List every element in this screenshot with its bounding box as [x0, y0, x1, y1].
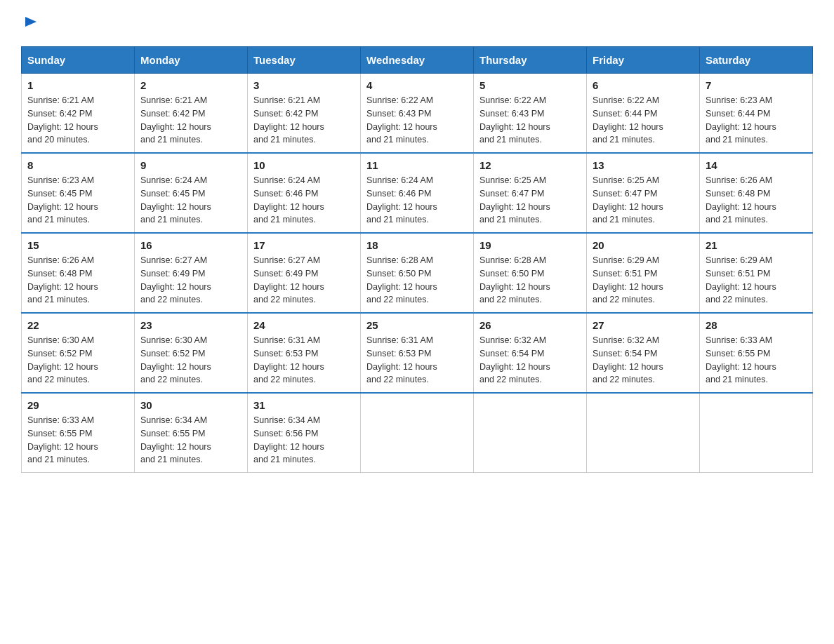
day-info: Sunrise: 6:22 AMSunset: 6:43 PMDaylight:…: [366, 94, 468, 147]
day-cell-1: 1Sunrise: 6:21 AMSunset: 6:42 PMDaylight…: [22, 74, 135, 154]
day-cell-9: 9Sunrise: 6:24 AMSunset: 6:45 PMDaylight…: [135, 153, 248, 233]
day-cell-4: 4Sunrise: 6:22 AMSunset: 6:43 PMDaylight…: [361, 74, 474, 154]
day-number: 18: [366, 239, 468, 251]
day-info: Sunrise: 6:24 AMSunset: 6:46 PMDaylight:…: [366, 174, 468, 227]
day-number: 22: [27, 319, 128, 331]
day-number: 16: [140, 239, 241, 251]
day-number: 10: [253, 159, 355, 171]
day-cell-16: 16Sunrise: 6:27 AMSunset: 6:49 PMDayligh…: [135, 233, 248, 313]
day-cell-28: 28Sunrise: 6:33 AMSunset: 6:55 PMDayligh…: [700, 313, 813, 393]
day-number: 31: [253, 399, 355, 411]
day-cell-20: 20Sunrise: 6:29 AMSunset: 6:51 PMDayligh…: [587, 233, 700, 313]
day-number: 14: [706, 159, 807, 171]
week-row-3: 15Sunrise: 6:26 AMSunset: 6:48 PMDayligh…: [22, 233, 813, 313]
day-info: Sunrise: 6:30 AMSunset: 6:52 PMDaylight:…: [140, 334, 241, 387]
logo-icon: [24, 14, 39, 29]
day-cell-22: 22Sunrise: 6:30 AMSunset: 6:52 PMDayligh…: [22, 313, 135, 393]
day-info: Sunrise: 6:27 AMSunset: 6:49 PMDaylight:…: [140, 254, 241, 307]
day-cell-26: 26Sunrise: 6:32 AMSunset: 6:54 PMDayligh…: [474, 313, 587, 393]
day-info: Sunrise: 6:28 AMSunset: 6:50 PMDaylight:…: [479, 254, 581, 307]
day-number: 15: [27, 239, 128, 251]
day-number: 8: [27, 159, 128, 171]
day-number: 9: [140, 159, 241, 171]
day-cell-21: 21Sunrise: 6:29 AMSunset: 6:51 PMDayligh…: [700, 233, 813, 313]
day-cell-25: 25Sunrise: 6:31 AMSunset: 6:53 PMDayligh…: [361, 313, 474, 393]
day-info: Sunrise: 6:34 AMSunset: 6:56 PMDaylight:…: [253, 414, 355, 467]
day-header-tuesday: Tuesday: [248, 47, 361, 74]
day-number: 19: [479, 239, 581, 251]
calendar-table: SundayMondayTuesdayWednesdayThursdayFrid…: [21, 46, 813, 473]
day-header-monday: Monday: [135, 47, 248, 74]
day-cell-27: 27Sunrise: 6:32 AMSunset: 6:54 PMDayligh…: [587, 313, 700, 393]
day-cell-31: 31Sunrise: 6:34 AMSunset: 6:56 PMDayligh…: [248, 393, 361, 473]
day-info: Sunrise: 6:23 AMSunset: 6:45 PMDaylight:…: [27, 174, 128, 227]
day-number: 3: [253, 79, 355, 91]
day-cell-3: 3Sunrise: 6:21 AMSunset: 6:42 PMDaylight…: [248, 74, 361, 154]
day-number: 27: [593, 319, 694, 331]
day-info: Sunrise: 6:24 AMSunset: 6:46 PMDaylight:…: [253, 174, 355, 227]
day-cell-17: 17Sunrise: 6:27 AMSunset: 6:49 PMDayligh…: [248, 233, 361, 313]
day-number: 29: [27, 399, 128, 411]
day-info: Sunrise: 6:31 AMSunset: 6:53 PMDaylight:…: [366, 334, 468, 387]
day-info: Sunrise: 6:23 AMSunset: 6:44 PMDaylight:…: [706, 94, 807, 147]
day-number: 12: [479, 159, 581, 171]
day-number: 23: [140, 319, 241, 331]
day-info: Sunrise: 6:21 AMSunset: 6:42 PMDaylight:…: [140, 94, 241, 147]
day-cell-29: 29Sunrise: 6:33 AMSunset: 6:55 PMDayligh…: [22, 393, 135, 473]
day-number: 13: [593, 159, 694, 171]
day-cell-24: 24Sunrise: 6:31 AMSunset: 6:53 PMDayligh…: [248, 313, 361, 393]
day-cell-30: 30Sunrise: 6:34 AMSunset: 6:55 PMDayligh…: [135, 393, 248, 473]
day-info: Sunrise: 6:21 AMSunset: 6:42 PMDaylight:…: [253, 94, 355, 147]
day-number: 4: [366, 79, 468, 91]
day-info: Sunrise: 6:26 AMSunset: 6:48 PMDaylight:…: [706, 174, 807, 227]
day-info: Sunrise: 6:25 AMSunset: 6:47 PMDaylight:…: [479, 174, 581, 227]
empty-cell: [700, 393, 813, 473]
day-header-thursday: Thursday: [474, 47, 587, 74]
week-row-1: 1Sunrise: 6:21 AMSunset: 6:42 PMDaylight…: [22, 74, 813, 154]
day-info: Sunrise: 6:32 AMSunset: 6:54 PMDaylight:…: [479, 334, 581, 387]
day-info: Sunrise: 6:31 AMSunset: 6:53 PMDaylight:…: [253, 334, 355, 387]
day-info: Sunrise: 6:34 AMSunset: 6:55 PMDaylight:…: [140, 414, 241, 467]
day-info: Sunrise: 6:22 AMSunset: 6:44 PMDaylight:…: [593, 94, 694, 147]
day-number: 25: [366, 319, 468, 331]
svg-marker-0: [25, 17, 37, 27]
day-info: Sunrise: 6:26 AMSunset: 6:48 PMDaylight:…: [27, 254, 128, 307]
day-info: Sunrise: 6:33 AMSunset: 6:55 PMDaylight:…: [706, 334, 807, 387]
day-info: Sunrise: 6:29 AMSunset: 6:51 PMDaylight:…: [706, 254, 807, 307]
day-cell-7: 7Sunrise: 6:23 AMSunset: 6:44 PMDaylight…: [700, 74, 813, 154]
day-info: Sunrise: 6:30 AMSunset: 6:52 PMDaylight:…: [27, 334, 128, 387]
day-header-sunday: Sunday: [22, 47, 135, 74]
day-info: Sunrise: 6:28 AMSunset: 6:50 PMDaylight:…: [366, 254, 468, 307]
day-number: 28: [706, 319, 807, 331]
day-number: 24: [253, 319, 355, 331]
day-cell-8: 8Sunrise: 6:23 AMSunset: 6:45 PMDaylight…: [22, 153, 135, 233]
day-number: 17: [253, 239, 355, 251]
empty-cell: [587, 393, 700, 473]
day-info: Sunrise: 6:32 AMSunset: 6:54 PMDaylight:…: [593, 334, 694, 387]
day-cell-19: 19Sunrise: 6:28 AMSunset: 6:50 PMDayligh…: [474, 233, 587, 313]
day-number: 2: [140, 79, 241, 91]
day-number: 21: [706, 239, 807, 251]
page-header: [21, 14, 813, 32]
day-cell-2: 2Sunrise: 6:21 AMSunset: 6:42 PMDaylight…: [135, 74, 248, 154]
day-number: 20: [593, 239, 694, 251]
day-cell-23: 23Sunrise: 6:30 AMSunset: 6:52 PMDayligh…: [135, 313, 248, 393]
day-number: 6: [593, 79, 694, 91]
day-cell-12: 12Sunrise: 6:25 AMSunset: 6:47 PMDayligh…: [474, 153, 587, 233]
day-cell-10: 10Sunrise: 6:24 AMSunset: 6:46 PMDayligh…: [248, 153, 361, 233]
week-row-2: 8Sunrise: 6:23 AMSunset: 6:45 PMDaylight…: [22, 153, 813, 233]
logo: [21, 14, 39, 32]
day-cell-15: 15Sunrise: 6:26 AMSunset: 6:48 PMDayligh…: [22, 233, 135, 313]
day-info: Sunrise: 6:29 AMSunset: 6:51 PMDaylight:…: [593, 254, 694, 307]
day-header-saturday: Saturday: [700, 47, 813, 74]
week-row-4: 22Sunrise: 6:30 AMSunset: 6:52 PMDayligh…: [22, 313, 813, 393]
header-row: SundayMondayTuesdayWednesdayThursdayFrid…: [22, 47, 813, 74]
week-row-5: 29Sunrise: 6:33 AMSunset: 6:55 PMDayligh…: [22, 393, 813, 473]
day-number: 5: [479, 79, 581, 91]
day-info: Sunrise: 6:22 AMSunset: 6:43 PMDaylight:…: [479, 94, 581, 147]
day-number: 1: [27, 79, 128, 91]
day-cell-11: 11Sunrise: 6:24 AMSunset: 6:46 PMDayligh…: [361, 153, 474, 233]
empty-cell: [361, 393, 474, 473]
day-header-friday: Friday: [587, 47, 700, 74]
day-cell-6: 6Sunrise: 6:22 AMSunset: 6:44 PMDaylight…: [587, 74, 700, 154]
